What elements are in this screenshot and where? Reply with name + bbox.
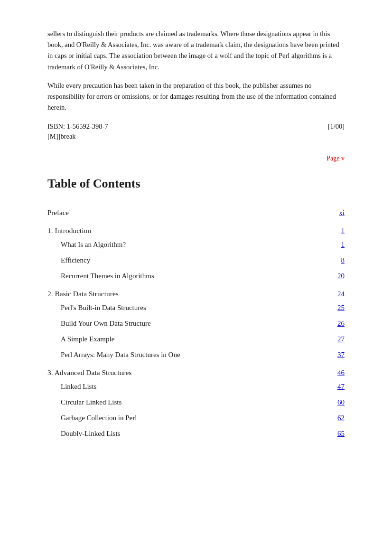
toc-label-2: What Is an Algorithm? (61, 241, 126, 249)
toc-row-8: A Simple Example27 (47, 331, 345, 347)
toc-label-13: Garbage Collection in Perl (61, 414, 137, 422)
toc-page-7[interactable]: 26 (331, 320, 345, 328)
toc-label-9: Perl Arrays: Many Data Structures in One (61, 351, 180, 359)
toc-row-9: Perl Arrays: Many Data Structures in One… (47, 347, 345, 363)
toc-row-12: Circular Linked Lists60 (47, 395, 345, 410)
toc-page-13[interactable]: 62 (331, 414, 345, 422)
toc-label-10: 3. Advanced Data Structures (47, 368, 131, 377)
toc-row-2: What Is an Algorithm?1 (47, 237, 345, 253)
toc-row-14: Doubly-Linked Lists65 (47, 426, 345, 442)
toc-label-0: Preface (47, 209, 69, 217)
toc-row-4: Recurrent Themes in Algorithms20 (47, 268, 345, 284)
isbn-line: ISBN: 1-56592-398-7 [1/00] (47, 122, 345, 131)
toc-label-5: 2. Basic Data Structures (47, 290, 119, 298)
toc-label-11: Linked Lists (61, 383, 96, 391)
page-container: sellers to distinguish their products ar… (0, 0, 392, 470)
edition-text: [1/00] (328, 122, 345, 131)
toc-label-7: Build Your Own Data Structure (61, 320, 151, 328)
toc-page-5[interactable]: 24 (331, 290, 345, 298)
toc-page-1[interactable]: 1 (331, 227, 345, 235)
toc-page-10[interactable]: 46 (331, 369, 345, 377)
toc-page-11[interactable]: 47 (331, 383, 345, 391)
toc-page-3[interactable]: 8 (331, 256, 345, 264)
toc-label-6: Perl's Built-in Data Structures (61, 304, 146, 312)
toc-label-3: Efficiency (61, 256, 90, 264)
toc-page-0[interactable]: xi (331, 209, 345, 217)
toc-page-4[interactable]: 20 (331, 272, 345, 280)
intro-paragraph-2: While every precaution has been taken in… (47, 80, 345, 113)
toc-label-8: A Simple Example (61, 335, 114, 343)
toc-container: Prefacexi1. Introduction1What Is an Algo… (47, 205, 345, 442)
toc-row-7: Build Your Own Data Structure26 (47, 316, 345, 331)
toc-row-1: 1. Introduction1 (47, 221, 345, 237)
toc-row-5: 2. Basic Data Structures24 (47, 284, 345, 300)
toc-row-13: Garbage Collection in Perl62 (47, 410, 345, 426)
mbreak-text: [M]]break (47, 132, 345, 141)
toc-label-1: 1. Introduction (47, 226, 91, 235)
toc-row-10: 3. Advanced Data Structures46 (47, 363, 345, 379)
toc-page-6[interactable]: 25 (331, 304, 345, 312)
intro-paragraph-1: sellers to distinguish their products ar… (47, 28, 345, 73)
toc-page-2[interactable]: 1 (331, 241, 345, 249)
page-indicator: Page v (47, 155, 345, 162)
isbn-text: ISBN: 1-56592-398-7 (47, 122, 108, 131)
toc-page-12[interactable]: 60 (331, 398, 345, 406)
toc-page-8[interactable]: 27 (331, 335, 345, 343)
toc-row-6: Perl's Built-in Data Structures25 (47, 300, 345, 316)
toc-page-14[interactable]: 65 (331, 430, 345, 438)
toc-heading: Table of Contents (47, 177, 345, 191)
toc-page-9[interactable]: 37 (331, 351, 345, 359)
toc-label-12: Circular Linked Lists (61, 398, 121, 406)
toc-label-14: Doubly-Linked Lists (61, 430, 120, 438)
toc-row-11: Linked Lists47 (47, 379, 345, 395)
toc-row-0: Prefacexi (47, 205, 345, 221)
toc-label-4: Recurrent Themes in Algorithms (61, 272, 154, 280)
toc-row-3: Efficiency8 (47, 253, 345, 268)
